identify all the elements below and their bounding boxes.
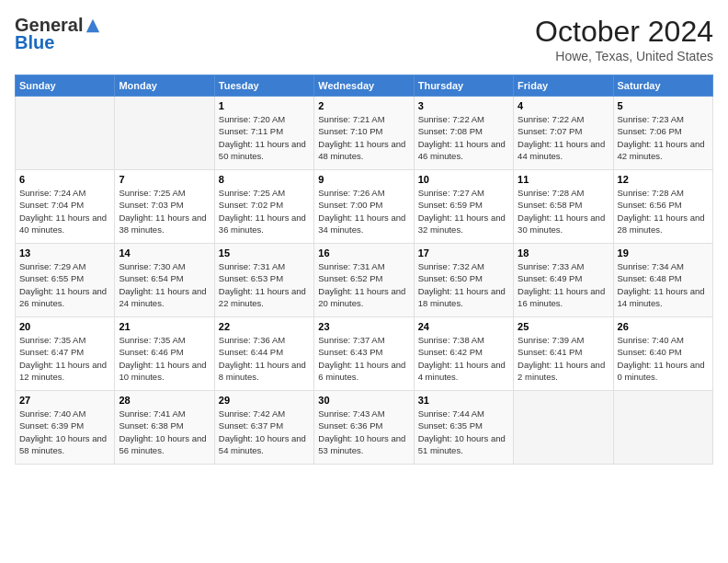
day-detail: Sunrise: 7:42 AM Sunset: 6:37 PM Dayligh… [219, 408, 310, 456]
calendar-day-cell: 15Sunrise: 7:31 AM Sunset: 6:53 PM Dayli… [214, 244, 313, 317]
day-detail: Sunrise: 7:25 AM Sunset: 7:03 PM Dayligh… [119, 187, 210, 236]
day-detail: Sunrise: 7:28 AM Sunset: 6:56 PM Dayligh… [618, 187, 709, 236]
logo: General Blue [15, 15, 101, 53]
day-detail: Sunrise: 7:35 AM Sunset: 6:46 PM Dayligh… [119, 334, 210, 383]
day-detail: Sunrise: 7:43 AM Sunset: 6:36 PM Dayligh… [318, 408, 409, 456]
calendar-day-cell: 12Sunrise: 7:28 AM Sunset: 6:56 PM Dayli… [613, 170, 712, 244]
day-detail: Sunrise: 7:31 AM Sunset: 6:52 PM Dayligh… [318, 260, 409, 309]
day-number: 8 [219, 174, 310, 185]
day-number: 3 [418, 100, 509, 111]
day-number: 20 [19, 321, 110, 332]
calendar-day-cell: 18Sunrise: 7:33 AM Sunset: 6:49 PM Dayli… [514, 244, 613, 317]
day-number: 1 [219, 100, 310, 111]
calendar-day-cell: 13Sunrise: 7:29 AM Sunset: 6:55 PM Dayli… [16, 244, 115, 317]
weekday-header: Thursday [414, 75, 513, 97]
calendar-day-cell [115, 97, 214, 170]
day-detail: Sunrise: 7:30 AM Sunset: 6:54 PM Dayligh… [119, 260, 210, 309]
calendar-day-cell: 26Sunrise: 7:40 AM Sunset: 6:40 PM Dayli… [613, 317, 712, 391]
calendar-day-cell: 23Sunrise: 7:37 AM Sunset: 6:43 PM Dayli… [314, 317, 414, 391]
calendar-day-cell: 2Sunrise: 7:21 AM Sunset: 7:10 PM Daylig… [314, 97, 414, 170]
calendar-day-cell [613, 391, 712, 465]
day-detail: Sunrise: 7:21 AM Sunset: 7:10 PM Dayligh… [318, 113, 409, 162]
calendar-day-cell: 10Sunrise: 7:27 AM Sunset: 6:59 PM Dayli… [414, 170, 513, 244]
calendar-day-cell: 16Sunrise: 7:31 AM Sunset: 6:52 PM Dayli… [314, 244, 414, 317]
day-number: 23 [318, 321, 409, 332]
day-detail: Sunrise: 7:22 AM Sunset: 7:07 PM Dayligh… [518, 113, 609, 162]
day-detail: Sunrise: 7:35 AM Sunset: 6:47 PM Dayligh… [19, 334, 110, 383]
calendar-day-cell: 14Sunrise: 7:30 AM Sunset: 6:54 PM Dayli… [115, 244, 214, 317]
calendar-day-cell: 9Sunrise: 7:26 AM Sunset: 7:00 PM Daylig… [314, 170, 414, 244]
month-title: October 2024 [535, 15, 713, 49]
calendar-day-cell: 30Sunrise: 7:43 AM Sunset: 6:36 PM Dayli… [314, 391, 414, 465]
calendar-week-row: 1Sunrise: 7:20 AM Sunset: 7:11 PM Daylig… [16, 97, 713, 170]
day-detail: Sunrise: 7:31 AM Sunset: 6:53 PM Dayligh… [219, 260, 310, 309]
calendar-day-cell: 1Sunrise: 7:20 AM Sunset: 7:11 PM Daylig… [214, 97, 313, 170]
calendar-day-cell: 31Sunrise: 7:44 AM Sunset: 6:35 PM Dayli… [414, 391, 513, 465]
calendar-day-cell [16, 97, 115, 170]
calendar-week-row: 6Sunrise: 7:24 AM Sunset: 7:04 PM Daylig… [16, 170, 713, 244]
calendar-day-cell: 28Sunrise: 7:41 AM Sunset: 6:38 PM Dayli… [115, 391, 214, 465]
day-number: 16 [318, 247, 409, 259]
day-number: 29 [219, 395, 310, 406]
day-detail: Sunrise: 7:29 AM Sunset: 6:55 PM Dayligh… [19, 260, 110, 309]
calendar-day-cell: 22Sunrise: 7:36 AM Sunset: 6:44 PM Dayli… [214, 317, 313, 391]
day-detail: Sunrise: 7:37 AM Sunset: 6:43 PM Dayligh… [318, 334, 409, 383]
day-detail: Sunrise: 7:34 AM Sunset: 6:48 PM Dayligh… [618, 260, 709, 309]
day-detail: Sunrise: 7:41 AM Sunset: 6:38 PM Dayligh… [119, 408, 210, 456]
day-number: 25 [518, 321, 609, 332]
day-detail: Sunrise: 7:20 AM Sunset: 7:11 PM Dayligh… [219, 113, 310, 162]
day-detail: Sunrise: 7:28 AM Sunset: 6:58 PM Dayligh… [518, 187, 609, 236]
calendar-day-cell: 17Sunrise: 7:32 AM Sunset: 6:50 PM Dayli… [414, 244, 513, 317]
day-detail: Sunrise: 7:40 AM Sunset: 6:40 PM Dayligh… [618, 334, 709, 383]
day-number: 31 [418, 395, 509, 406]
day-number: 9 [318, 174, 409, 185]
weekday-header: Friday [514, 75, 613, 97]
location: Howe, Texas, United States [535, 49, 713, 63]
day-detail: Sunrise: 7:44 AM Sunset: 6:35 PM Dayligh… [418, 408, 509, 456]
day-number: 24 [418, 321, 509, 332]
logo-icon [85, 17, 101, 34]
day-number: 21 [119, 321, 210, 332]
title-area: October 2024 Howe, Texas, United States [535, 15, 713, 63]
day-detail: Sunrise: 7:38 AM Sunset: 6:42 PM Dayligh… [418, 334, 509, 383]
day-detail: Sunrise: 7:40 AM Sunset: 6:39 PM Dayligh… [19, 408, 110, 456]
weekday-header-row: SundayMondayTuesdayWednesdayThursdayFrid… [16, 75, 713, 97]
weekday-header: Saturday [613, 75, 712, 97]
calendar-week-row: 27Sunrise: 7:40 AM Sunset: 6:39 PM Dayli… [16, 391, 713, 465]
day-detail: Sunrise: 7:27 AM Sunset: 6:59 PM Dayligh… [418, 187, 509, 236]
day-detail: Sunrise: 7:36 AM Sunset: 6:44 PM Dayligh… [219, 334, 310, 383]
svg-marker-0 [86, 18, 99, 31]
calendar-day-cell [514, 391, 613, 465]
day-number: 19 [618, 247, 709, 259]
day-number: 2 [318, 100, 409, 111]
day-number: 14 [119, 247, 210, 259]
calendar-day-cell: 6Sunrise: 7:24 AM Sunset: 7:04 PM Daylig… [16, 170, 115, 244]
day-number: 7 [119, 174, 210, 185]
calendar-table: SundayMondayTuesdayWednesdayThursdayFrid… [15, 75, 713, 465]
calendar-day-cell: 19Sunrise: 7:34 AM Sunset: 6:48 PM Dayli… [613, 244, 712, 317]
day-number: 22 [219, 321, 310, 332]
day-detail: Sunrise: 7:33 AM Sunset: 6:49 PM Dayligh… [518, 260, 609, 309]
calendar-day-cell: 4Sunrise: 7:22 AM Sunset: 7:07 PM Daylig… [514, 97, 613, 170]
calendar-day-cell: 5Sunrise: 7:23 AM Sunset: 7:06 PM Daylig… [613, 97, 712, 170]
day-detail: Sunrise: 7:24 AM Sunset: 7:04 PM Dayligh… [19, 187, 110, 236]
calendar-day-cell: 3Sunrise: 7:22 AM Sunset: 7:08 PM Daylig… [414, 97, 513, 170]
day-detail: Sunrise: 7:23 AM Sunset: 7:06 PM Dayligh… [618, 113, 709, 162]
day-number: 13 [19, 247, 110, 259]
calendar-day-cell: 29Sunrise: 7:42 AM Sunset: 6:37 PM Dayli… [214, 391, 313, 465]
day-number: 15 [219, 247, 310, 259]
calendar-week-row: 13Sunrise: 7:29 AM Sunset: 6:55 PM Dayli… [16, 244, 713, 317]
day-number: 17 [418, 247, 509, 259]
header: General Blue October 2024 Howe, Texas, U… [15, 15, 713, 63]
calendar-day-cell: 21Sunrise: 7:35 AM Sunset: 6:46 PM Dayli… [115, 317, 214, 391]
weekday-header: Wednesday [314, 75, 414, 97]
logo-blue-text: Blue [15, 32, 54, 53]
weekday-header: Monday [115, 75, 214, 97]
day-number: 18 [518, 247, 609, 259]
calendar-day-cell: 20Sunrise: 7:35 AM Sunset: 6:47 PM Dayli… [16, 317, 115, 391]
day-number: 30 [318, 395, 409, 406]
day-number: 4 [518, 100, 609, 111]
day-number: 11 [518, 174, 609, 185]
day-number: 26 [618, 321, 709, 332]
day-number: 27 [19, 395, 110, 406]
